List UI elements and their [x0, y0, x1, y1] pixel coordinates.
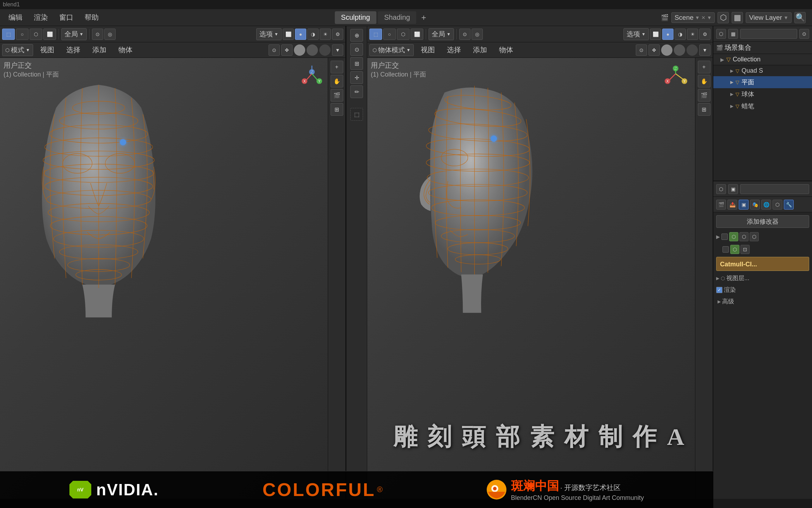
view-menu-right[interactable]: 视图: [416, 44, 440, 56]
add-menu-right[interactable]: 添加: [468, 44, 492, 56]
tree-item-quads[interactable]: ▶ ▽ Quad S: [713, 65, 812, 76]
grab-btn-left[interactable]: ✋: [331, 75, 343, 87]
tree-item-plane[interactable]: ▶ ▽ 平面: [713, 76, 812, 88]
object-menu-left[interactable]: 物体: [113, 44, 137, 56]
scene-close[interactable]: ✕: [701, 15, 706, 20]
pivot-btn[interactable]: ⊕: [350, 29, 363, 42]
select-more-btn-r[interactable]: ⬜: [411, 29, 423, 40]
viewport-shade3-left[interactable]: [319, 44, 331, 56]
mode-dropdown-right[interactable]: ⬡ 物体模式 ▼: [369, 44, 414, 56]
view-layer-dropdown[interactable]: View Layer ▼: [746, 12, 792, 23]
viewport-shade-left[interactable]: [294, 44, 305, 56]
select-menu-right[interactable]: 选择: [442, 44, 466, 56]
right-viewport-canvas[interactable]: 用户正交 (1) Collection | 平面 Z X Y: [367, 58, 713, 499]
snap-center-btn[interactable]: ⊙: [350, 43, 363, 56]
view-layer-icon-btn[interactable]: ⬡: [718, 12, 729, 23]
select-more-btn[interactable]: ⬜: [43, 29, 56, 40]
mode-dropdown-left[interactable]: ⬡ 模式 ▼: [2, 44, 33, 56]
menu-window[interactable]: 窗口: [54, 11, 78, 24]
mod-icon1[interactable]: ⬡: [730, 245, 739, 254]
wire-btn[interactable]: ⬜: [283, 29, 294, 40]
viewport-shade2-right[interactable]: [674, 44, 685, 56]
menu-help[interactable]: 帮助: [80, 11, 104, 24]
scene-expand[interactable]: ▼: [707, 15, 712, 20]
grid-btn-right[interactable]: ⊞: [698, 103, 710, 116]
outliner-icon[interactable]: ⬡: [716, 29, 726, 39]
shading-settings-right[interactable]: ▼: [699, 44, 710, 56]
viewport-shade3-right[interactable]: [687, 44, 698, 56]
select-box-center-btn[interactable]: ⬚: [350, 108, 363, 121]
select-box-btn[interactable]: ⬚: [2, 29, 15, 40]
left-viewport-canvas[interactable]: 用户正交 (1) Collection | 平面 Z X Y: [0, 58, 345, 499]
outliner-icon2[interactable]: ▦: [728, 29, 738, 39]
add-modifier-btn[interactable]: 添加修改器: [716, 215, 809, 228]
select-lasso-btn-r[interactable]: ⬡: [397, 29, 410, 40]
tree-item-sphere[interactable]: ▶ ▽ 球体: [713, 88, 812, 100]
select-lasso-btn[interactable]: ⬡: [30, 29, 42, 40]
select-menu-left[interactable]: 选择: [61, 44, 85, 56]
menu-edit[interactable]: 编辑: [4, 11, 27, 24]
grab-btn-right[interactable]: ✋: [698, 75, 710, 87]
snap-btn-r[interactable]: ⊙: [459, 29, 470, 40]
tab-add[interactable]: +: [418, 11, 430, 24]
select-circle-btn-r[interactable]: ○: [383, 29, 396, 40]
prop-search[interactable]: [740, 184, 809, 194]
tab-sculpting[interactable]: Sculpting: [335, 11, 376, 24]
solid-btn[interactable]: ●: [295, 29, 306, 40]
mod-btn2[interactable]: ⬡: [739, 232, 749, 241]
add-menu-left[interactable]: 添加: [87, 44, 111, 56]
prop-world-tab[interactable]: 🌐: [761, 200, 771, 210]
collection-header[interactable]: ▶ ▽ Collection: [713, 54, 812, 65]
camera-fly-btn-left[interactable]: 🎬: [331, 89, 343, 102]
mod-icon2[interactable]: ⊡: [740, 245, 750, 254]
prop-layout-btn2[interactable]: ▣: [728, 184, 738, 194]
outliner-search[interactable]: [740, 29, 797, 39]
select-circle-btn[interactable]: ○: [16, 29, 29, 40]
options-dropdown-left[interactable]: 选项 ▼: [256, 28, 282, 40]
zoom-in-btn-left[interactable]: +: [331, 61, 343, 73]
gizmo-btn-right[interactable]: ✥: [648, 44, 660, 56]
zoom-in-btn-right[interactable]: +: [698, 61, 710, 73]
solid-btn-r[interactable]: ●: [662, 29, 673, 40]
transform-center-btn[interactable]: ⊞: [350, 57, 363, 70]
render-settings-btn[interactable]: ⚙: [332, 29, 343, 40]
outliner-filter[interactable]: ⊙: [799, 29, 809, 39]
transform-btn[interactable]: 全局 ▼: [61, 28, 87, 40]
proportional-btn[interactable]: ◎: [104, 29, 116, 40]
prop-render-tab[interactable]: 🎬: [716, 200, 726, 210]
prop-object-tab[interactable]: ⬡: [773, 200, 782, 210]
shading-settings-left[interactable]: ▼: [332, 44, 343, 56]
viewport-shade-right[interactable]: [661, 44, 672, 56]
object-menu-right[interactable]: 物体: [494, 44, 518, 56]
proportional-btn-r[interactable]: ◎: [472, 29, 483, 40]
mod-btn3[interactable]: ⬡: [750, 232, 759, 241]
modifier-check1[interactable]: [721, 234, 728, 240]
tree-item-grease[interactable]: ▶ ▽ 蜡笔: [713, 100, 812, 112]
prop-output-tab[interactable]: 📤: [727, 200, 737, 210]
rendered-btn[interactable]: ☀: [320, 29, 331, 40]
render-check[interactable]: ✓: [716, 287, 722, 293]
viewport-shade2-left[interactable]: [307, 44, 318, 56]
prop-layout-btn[interactable]: ⬡: [716, 184, 726, 194]
select-box-btn-r[interactable]: ⬚: [369, 29, 382, 40]
view-layer-icon2-btn[interactable]: ▦: [732, 12, 743, 23]
transform-btn-r[interactable]: 全局 ▼: [429, 28, 454, 40]
tab-shading[interactable]: Shading: [378, 11, 416, 24]
overlay-btn-left[interactable]: ⊙: [269, 44, 280, 56]
rendered-btn-r[interactable]: ☀: [687, 29, 698, 40]
view-menu-left[interactable]: 视图: [35, 44, 59, 56]
snap-btn[interactable]: ⊙: [92, 29, 103, 40]
prop-modifier-tab[interactable]: 🔧: [784, 200, 794, 210]
menu-render[interactable]: 渲染: [29, 11, 53, 24]
annotate-btn[interactable]: ✏: [350, 85, 363, 98]
camera-fly-btn-right[interactable]: 🎬: [698, 89, 710, 102]
options-dropdown-right[interactable]: 选项 ▼: [623, 28, 649, 40]
render-settings-btn-r[interactable]: ⚙: [699, 29, 710, 40]
material-btn-r[interactable]: ◑: [675, 29, 686, 40]
scene-dropdown[interactable]: Scene ▼ ✕ ▼: [671, 12, 715, 23]
search-btn-top[interactable]: 🔍: [794, 12, 806, 23]
mod-check2[interactable]: [722, 246, 729, 253]
material-btn[interactable]: ◑: [307, 29, 319, 40]
grid-btn-left[interactable]: ⊞: [331, 103, 343, 116]
wire-btn-r[interactable]: ⬜: [650, 29, 661, 40]
